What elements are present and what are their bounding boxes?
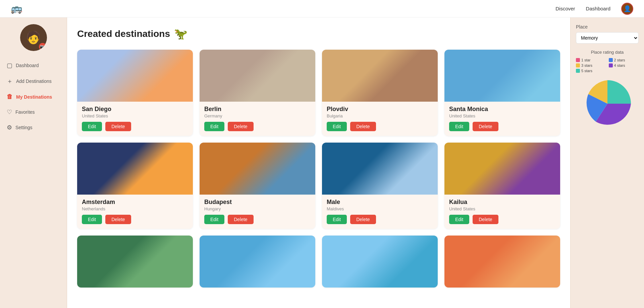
delete-button-kailua[interactable]: Delete	[473, 215, 498, 224]
edit-button-budapest[interactable]: Edit	[204, 215, 224, 224]
sidebar-item-add-destinations[interactable]: ＋ Add Destinations	[0, 73, 67, 89]
sidebar: 🧑 📷 ▢ Dashboard ＋ Add Destinations 🗑 My …	[0, 17, 67, 308]
legend-dot	[576, 69, 580, 73]
destination-name-san-diego: San Diego	[82, 106, 188, 113]
destination-name-kailua: Kailua	[449, 199, 555, 206]
sidebar-item-dashboard[interactable]: ▢ Dashboard	[0, 58, 67, 73]
destination-image-berlin	[200, 50, 315, 102]
place-select[interactable]: Memory	[576, 32, 639, 44]
destination-card-body-san-diego: San Diego United States Edit Delete	[77, 102, 193, 136]
user-avatar[interactable]: 👤	[621, 3, 633, 15]
edit-button-berlin[interactable]: Edit	[204, 122, 224, 131]
legend-label: 4 stars	[614, 63, 625, 67]
sidebar-avatar[interactable]: 🧑 📷	[20, 24, 47, 51]
sidebar-item-settings[interactable]: ⚙ Settings	[0, 120, 67, 135]
destination-image-kailua	[444, 143, 560, 195]
edit-button-san-diego[interactable]: Edit	[82, 122, 102, 131]
destination-country-kailua: United States	[449, 206, 555, 211]
destination-card-santa-monica: Santa Monica United States Edit Delete	[444, 50, 560, 136]
legend-item: 4 stars	[609, 63, 639, 67]
place-label: Place	[576, 24, 639, 30]
destination-card-body-amsterdam: Amsterdam Netherlands Edit Delete	[77, 195, 193, 229]
legend-item: 1 star	[576, 58, 606, 62]
edit-button-santa-monica[interactable]: Edit	[449, 122, 469, 131]
edit-button-kailua[interactable]: Edit	[449, 215, 469, 224]
delete-button-santa-monica[interactable]: Delete	[473, 122, 498, 131]
legend-label: 3 stars	[581, 63, 592, 67]
logo: 🚌	[11, 3, 22, 14]
destination-card	[444, 236, 560, 288]
destination-image	[200, 236, 315, 288]
nav-dashboard[interactable]: Dashboard	[586, 6, 610, 11]
delete-button-amsterdam[interactable]: Delete	[105, 215, 131, 224]
legend-dot	[576, 58, 580, 62]
add-icon: ＋	[7, 77, 13, 85]
delete-button-budapest[interactable]: Delete	[228, 215, 253, 224]
destination-image	[322, 236, 438, 288]
destination-country-san-diego: United States	[82, 113, 188, 118]
delete-button-male[interactable]: Delete	[350, 215, 376, 224]
edit-button-amsterdam[interactable]: Edit	[82, 215, 102, 224]
legend-label: 5 stars	[581, 69, 592, 73]
delete-button-berlin[interactable]: Delete	[228, 122, 253, 131]
chart-title: Place rating data	[576, 50, 639, 55]
destination-card-kailua: Kailua United States Edit Delete	[444, 143, 560, 229]
destination-name-amsterdam: Amsterdam	[82, 199, 188, 206]
right-panel: Place Memory Place rating data 1 star 2 …	[570, 17, 644, 308]
topnav: 🚌 Discover Dashboard 👤	[0, 0, 644, 17]
legend-dot	[576, 63, 580, 67]
page-title: Created destinations	[77, 29, 170, 39]
destination-card-body-santa-monica: Santa Monica United States Edit Delete	[444, 102, 560, 136]
destination-actions-plovdiv: Edit Delete	[327, 122, 433, 131]
destination-image	[444, 236, 560, 288]
gear-icon: ⚙	[7, 124, 12, 131]
sidebar-item-my-destinations[interactable]: 🗑 My Destinations	[0, 89, 67, 104]
destination-actions-male: Edit Delete	[327, 215, 433, 224]
destination-card-budapest: Budapest Hungary Edit Delete	[200, 143, 315, 229]
trash-icon: 🗑	[7, 93, 13, 100]
delete-button-plovdiv[interactable]: Delete	[350, 122, 376, 131]
destination-card-body-budapest: Budapest Hungary Edit Delete	[200, 195, 315, 229]
destination-actions-san-diego: Edit Delete	[82, 122, 188, 131]
destinations-grid: San Diego United States Edit Delete Berl…	[77, 50, 560, 288]
delete-button-san-diego[interactable]: Delete	[105, 122, 131, 131]
destination-country-berlin: Germany	[204, 113, 311, 118]
chart-legend: 1 star 2 stars 3 stars 4 stars 5 stars	[576, 58, 639, 73]
dashboard-icon: ▢	[7, 62, 12, 69]
sidebar-item-favorites[interactable]: ♡ Favorites	[0, 104, 67, 120]
destination-card-plovdiv: Plovdiv Bulgaria Edit Delete	[322, 50, 438, 136]
destination-country-plovdiv: Bulgaria	[327, 113, 433, 118]
heart-icon: ♡	[7, 108, 12, 116]
avatar-upload-badge: 📷	[39, 43, 46, 50]
pie-chart	[581, 77, 634, 131]
destination-image-plovdiv	[322, 50, 438, 102]
legend-item: 2 stars	[609, 58, 639, 62]
edit-button-male[interactable]: Edit	[327, 215, 347, 224]
destination-card	[200, 236, 315, 288]
destination-card-berlin: Berlin Germany Edit Delete	[200, 50, 315, 136]
legend-dot	[609, 58, 613, 62]
destination-country-amsterdam: Netherlands	[82, 206, 188, 211]
destination-country-budapest: Hungary	[204, 206, 311, 211]
destination-image-budapest	[200, 143, 315, 195]
destination-card-san-diego: San Diego United States Edit Delete	[77, 50, 193, 136]
destination-card-male: Male Maldives Edit Delete	[322, 143, 438, 229]
topnav-links: Discover Dashboard 👤	[555, 3, 633, 15]
destination-country-santa-monica: United States	[449, 113, 555, 118]
destination-image	[77, 236, 193, 288]
destination-name-budapest: Budapest	[204, 199, 311, 206]
destination-image-santa-monica	[444, 50, 560, 102]
destination-name-berlin: Berlin	[204, 106, 311, 113]
edit-button-plovdiv[interactable]: Edit	[327, 122, 347, 131]
nav-discover[interactable]: Discover	[555, 6, 575, 11]
destination-actions-amsterdam: Edit Delete	[82, 215, 188, 224]
destination-image-san-diego	[77, 50, 193, 102]
pie-chart-container	[576, 77, 639, 131]
dino-icon: 🦖	[174, 28, 187, 40]
destination-name-male: Male	[327, 199, 433, 206]
destination-actions-berlin: Edit Delete	[204, 122, 311, 131]
destination-image-amsterdam	[77, 143, 193, 195]
destination-card-amsterdam: Amsterdam Netherlands Edit Delete	[77, 143, 193, 229]
legend-item: 5 stars	[576, 69, 606, 73]
destination-actions-kailua: Edit Delete	[449, 215, 555, 224]
